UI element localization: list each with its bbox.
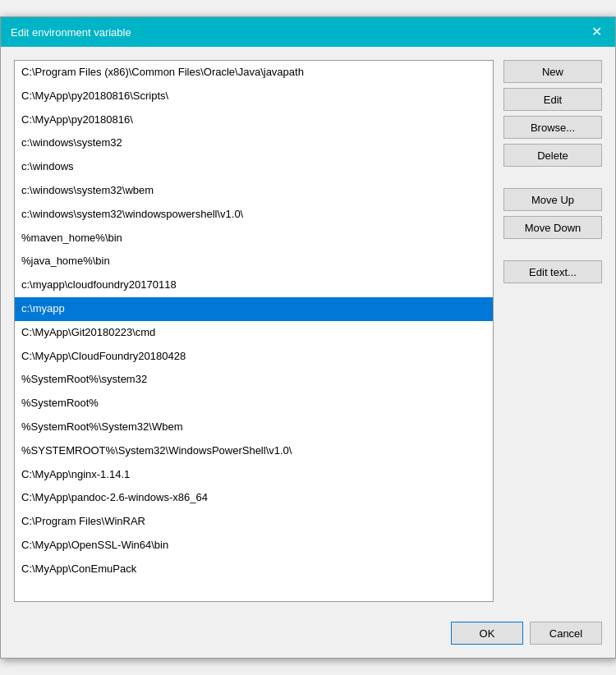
list-item[interactable]: %SystemRoot% (15, 392, 493, 416)
list-item[interactable]: C:\MyApp\Git20180223\cmd (15, 321, 493, 345)
close-button[interactable]: ✕ (588, 24, 605, 40)
move-down-button[interactable]: Move Down (503, 216, 602, 239)
list-item[interactable]: c:\myapp\cloudfoundry20170118 (15, 273, 493, 297)
footer: OK Cancel (1, 615, 615, 658)
list-item[interactable]: C:\MyApp\pandoc-2.6-windows-x86_64 (15, 486, 493, 510)
list-item[interactable]: C:\Program Files\WinRAR (15, 510, 493, 534)
env-list-container: C:\Program Files (x86)\Common Files\Orac… (14, 60, 494, 602)
list-item[interactable]: %maven_home%\bin (15, 227, 493, 250)
list-item[interactable]: %SystemRoot%\system32 (15, 368, 493, 392)
list-item[interactable]: C:\Program Files (x86)\Common Files\Orac… (15, 61, 493, 85)
list-item[interactable]: c:\myapp (15, 297, 493, 321)
list-item[interactable]: C:\MyApp\CloudFoundry20180428 (15, 345, 493, 369)
list-item[interactable]: C:\MyApp\OpenSSL-Win64\bin (15, 534, 493, 558)
list-item[interactable]: %SYSTEMROOT%\System32\WindowsPowerShell\… (15, 439, 493, 463)
cancel-button[interactable]: Cancel (530, 622, 602, 645)
action-buttons-panel: New Edit Browse... Delete Move Up Move D… (503, 60, 602, 602)
delete-button[interactable]: Delete (503, 144, 602, 167)
move-up-button[interactable]: Move Up (503, 188, 602, 211)
edit-env-dialog: Edit environment variable ✕ C:\Program F… (0, 16, 616, 659)
title-bar: Edit environment variable ✕ (1, 17, 615, 47)
browse-button[interactable]: Browse... (503, 116, 602, 139)
dialog-title: Edit environment variable (11, 26, 131, 39)
list-item[interactable]: c:\windows (15, 155, 493, 179)
list-item[interactable]: %SystemRoot%\System32\Wbem (15, 416, 493, 439)
edit-text-button[interactable]: Edit text... (503, 260, 602, 283)
list-item[interactable]: c:\windows\system32 (15, 131, 493, 155)
spacer2 (503, 244, 602, 255)
new-button[interactable]: New (503, 60, 602, 83)
dialog-content: C:\Program Files (x86)\Common Files\Orac… (1, 47, 615, 615)
list-item[interactable]: c:\windows\system32\windowspowershell\v1… (15, 203, 493, 227)
list-item[interactable]: %java_home%\bin (15, 250, 493, 273)
list-item[interactable]: C:\MyApp\py20180816\Scripts\ (15, 85, 493, 108)
spacer1 (503, 172, 602, 183)
ok-button[interactable]: OK (451, 622, 523, 645)
list-item[interactable]: C:\MyApp\nginx-1.14.1 (15, 463, 493, 487)
list-item[interactable]: C:\MyApp\ConEmuPack (15, 558, 493, 581)
edit-button[interactable]: Edit (503, 88, 602, 111)
list-item[interactable]: C:\MyApp\py20180816\ (15, 108, 493, 132)
list-item[interactable]: c:\windows\system32\wbem (15, 179, 493, 203)
env-list[interactable]: C:\Program Files (x86)\Common Files\Orac… (15, 61, 493, 601)
